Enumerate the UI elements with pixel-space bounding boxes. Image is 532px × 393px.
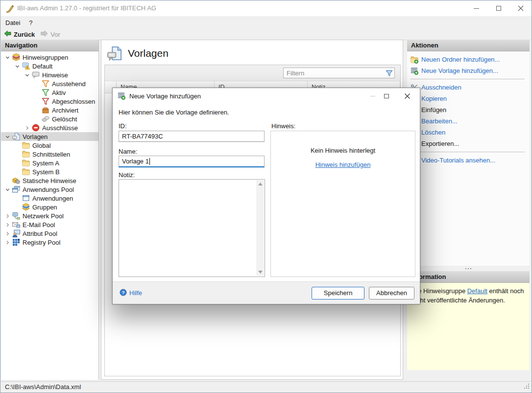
- tree-item-e-mail-pool[interactable]: E-Mail Pool: [1, 220, 98, 229]
- tree-item-ausstehend[interactable]: Ausstehend: [1, 79, 98, 88]
- exclusion-icon: [31, 124, 40, 132]
- hint-panel: Kein Hinweis hinterlegt Hinweis hinzufüg…: [270, 131, 415, 277]
- action-neue-vorlage-hinzuf-gen[interactable]: Neue Vorlage hinzufügen...: [407, 65, 530, 76]
- dialog-neue-vorlage: Neue Vorlage hinzufügen Hier können Sie …: [112, 88, 420, 304]
- expander-open-icon[interactable]: [23, 72, 31, 78]
- tree-item-ausschl-sse[interactable]: Ausschlüsse: [1, 123, 98, 132]
- forward-button[interactable]: Vor: [38, 29, 63, 40]
- toolbar: Zurück Vor: [1, 29, 531, 40]
- cancel-button[interactable]: Abbrechen: [369, 287, 414, 300]
- tree-item-aktiv[interactable]: Aktiv: [1, 88, 98, 97]
- action-label: Neue Vorlage hinzufügen...: [421, 67, 498, 74]
- tree-item-vorlagen[interactable]: Vorlagen: [1, 132, 98, 141]
- filter-bar: [105, 65, 400, 81]
- splitter-handle[interactable]: [407, 266, 530, 271]
- resize-grip[interactable]: [524, 383, 530, 391]
- expander-open-icon[interactable]: [3, 54, 12, 61]
- archive-icon: [41, 106, 50, 114]
- tree-item-hinweise[interactable]: Hinweise: [1, 70, 98, 79]
- help-icon: ?: [120, 289, 127, 298]
- tree-item-gruppen[interactable]: Gruppen: [1, 203, 98, 211]
- name-field[interactable]: Vorlage 1: [119, 156, 265, 167]
- filter-funnel-icon[interactable]: [384, 69, 394, 77]
- close-icon: [518, 5, 524, 11]
- back-button[interactable]: Zurück: [1, 29, 38, 40]
- tree-item-label: Schnittstellen: [30, 151, 70, 158]
- tree-item-abgeschlossen[interactable]: Abgeschlossen: [1, 97, 98, 106]
- forward-label: Vor: [50, 31, 60, 38]
- navigation-tree: HinweisgruppenDefaultHinweiseAusstehendA…: [1, 51, 98, 247]
- expander-closed-icon[interactable]: [3, 222, 12, 228]
- hint-add-link[interactable]: Hinweis hinzufügen: [315, 161, 371, 168]
- scroll-down-icon[interactable]: [256, 268, 264, 276]
- expander-closed-icon[interactable]: [3, 231, 12, 237]
- notiz-field[interactable]: [119, 179, 265, 277]
- expander-closed-icon[interactable]: [23, 125, 31, 131]
- scroll-up-icon[interactable]: [256, 180, 264, 188]
- filter-input[interactable]: [284, 69, 384, 77]
- tree-item-anwendungs-pool[interactable]: Anwendungs Pool: [1, 185, 98, 194]
- information-header: Information: [407, 271, 530, 283]
- tree-item-label: Statische Hinweise: [21, 177, 76, 185]
- tree-item-system-b[interactable]: System B: [1, 167, 98, 176]
- dialog-minimize-button: [366, 91, 380, 101]
- maximize-button[interactable]: [487, 0, 509, 16]
- expander-closed-icon[interactable]: [3, 213, 12, 219]
- help-link[interactable]: ? Hilfe: [120, 289, 142, 298]
- tree-item-global[interactable]: Global: [1, 141, 98, 150]
- tree-item-statische-hinweise[interactable]: Statische Hinweise: [1, 176, 98, 185]
- minimize-button[interactable]: [465, 0, 487, 16]
- folder-icon: [22, 150, 30, 158]
- action-kopieren[interactable]: Kopieren: [407, 93, 530, 104]
- arrow-left-green-icon: [4, 30, 11, 39]
- expander-open-icon[interactable]: [3, 134, 12, 140]
- action-video-tutorials-ansehen[interactable]: Video-Tutorials ansehen...: [407, 155, 530, 166]
- tree-item-system-a[interactable]: System A: [1, 159, 98, 167]
- tree-item-netzwerk-pool[interactable]: Netzwerk Pool: [1, 211, 98, 220]
- tree-item-label: Anwendungen: [30, 195, 73, 202]
- action-ausschneiden[interactable]: Ausschneiden: [407, 82, 530, 93]
- default-link[interactable]: Default: [467, 287, 487, 295]
- action-einf-gen: Einfügen: [407, 104, 530, 116]
- notiz-scrollbar[interactable]: [256, 180, 264, 276]
- tree-item-label: Registry Pool: [21, 239, 60, 246]
- tree-item-attribut-pool[interactable]: Attribut Pool: [1, 229, 98, 238]
- window-title: IBI-aws Admin 1.27.0 - registriert für I…: [17, 4, 156, 12]
- name-value: Vorlage 1: [122, 158, 149, 165]
- tree-item-label: Anwendungs Pool: [21, 186, 74, 193]
- menu-datei[interactable]: Datei: [1, 16, 24, 29]
- svg-text:?: ?: [122, 290, 125, 295]
- folder-icon: [22, 159, 30, 167]
- help-label: Hilfe: [129, 289, 142, 297]
- tree-item-hinweisgruppen[interactable]: Hinweisgruppen: [1, 53, 98, 62]
- menu-help[interactable]: ?: [24, 16, 37, 29]
- navigation-header: Navigation: [1, 40, 98, 51]
- funnel-green-icon: [41, 89, 50, 96]
- dialog-close-button[interactable]: [400, 91, 414, 101]
- expander-open-icon[interactable]: [13, 63, 22, 69]
- action-l-schen[interactable]: Löschen: [407, 127, 530, 138]
- tree-item-archiviert[interactable]: Archiviert: [1, 106, 98, 115]
- action-bearbeiten[interactable]: Bearbeiten...: [407, 116, 530, 127]
- id-label: ID:: [119, 122, 127, 130]
- tree-item-schnittstellen[interactable]: Schnittstellen: [1, 150, 98, 159]
- expander-open-icon[interactable]: [3, 186, 12, 193]
- hint-groups-icon: [12, 53, 21, 61]
- id-value: RT-BA77493C: [122, 133, 163, 140]
- tree-item-gel-scht[interactable]: Gelöscht: [1, 115, 98, 123]
- tree-item-registry-pool[interactable]: Registry Pool: [1, 238, 98, 247]
- action-neuen-ordner-hinzuf-gen[interactable]: Neuen Ordner hinzufügen...: [407, 54, 530, 65]
- save-button[interactable]: Speichern: [312, 287, 364, 300]
- id-field[interactable]: RT-BA77493C: [119, 131, 265, 142]
- actions-header: Aktionen: [407, 40, 530, 51]
- registry-icon: [12, 238, 21, 246]
- close-button[interactable]: [509, 0, 532, 16]
- dialog-maximize-button[interactable]: [380, 91, 393, 101]
- app-logo-icon: [5, 4, 14, 15]
- tree-item-label: Ausschlüsse: [40, 124, 78, 132]
- tree-item-anwendungen[interactable]: Anwendungen: [1, 194, 98, 203]
- tree-item-label: E-Mail Pool: [21, 221, 55, 229]
- template-add-icon: [411, 67, 421, 75]
- expander-closed-icon[interactable]: [3, 239, 12, 246]
- tree-item-default[interactable]: Default: [1, 62, 98, 70]
